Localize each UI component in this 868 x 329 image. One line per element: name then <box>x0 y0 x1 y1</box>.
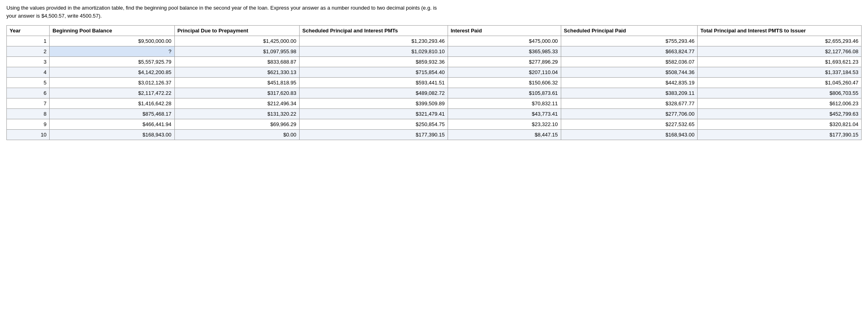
cell-tpi: $612,006.23 <box>698 98 862 109</box>
cell-tpi: $2,127,766.08 <box>698 46 862 57</box>
cell-spp: $755,293.46 <box>561 36 698 46</box>
cell-pdp: $621,330.13 <box>174 67 299 78</box>
cell-tpi: $2,655,293.46 <box>698 36 862 46</box>
cell-bpb: $4,142,200.85 <box>50 67 174 78</box>
cell-spipmts: $399,509.89 <box>299 98 448 109</box>
cell-ip: $277,896.29 <box>448 57 561 67</box>
cell-year: 3 <box>7 57 50 67</box>
cell-pdp: $69,966.29 <box>174 119 299 130</box>
cell-year: 5 <box>7 78 50 88</box>
cell-bpb: $1,416,642.28 <box>50 98 174 109</box>
cell-tpi: $1,045,260.47 <box>698 78 862 88</box>
cell-spipmts: $859,932.36 <box>299 57 448 67</box>
cell-year: 2 <box>7 46 50 57</box>
cell-spipmts: $489,082.72 <box>299 88 448 98</box>
header-pdp: Principal Due to Prepayment <box>174 26 299 36</box>
cell-ip: $207,110.04 <box>448 67 561 78</box>
cell-spp: $277,706.00 <box>561 109 698 119</box>
cell-pdp: $212,496.34 <box>174 98 299 109</box>
cell-spipmts: $1,029,810.10 <box>299 46 448 57</box>
cell-spp: $328,677.77 <box>561 98 698 109</box>
cell-year: 6 <box>7 88 50 98</box>
table-row: 8$875,468.17$131,320.22$321,479.41$43,77… <box>7 109 862 119</box>
cell-pdp: $1,425,000.00 <box>174 36 299 46</box>
cell-pdp: $0.00 <box>174 130 299 140</box>
table-row: 3$5,557,925.79$833,688.87$859,932.36$277… <box>7 57 862 67</box>
table-row: 1$9,500,000.00$1,425,000.00$1,230,293.46… <box>7 36 862 46</box>
cell-ip: $105,873.61 <box>448 88 561 98</box>
table-row: 9$466,441.94$69,966.29$250,854.75$23,322… <box>7 119 862 130</box>
cell-bpb: ? <box>50 46 174 57</box>
header-year: Year <box>7 26 50 36</box>
cell-pdp: $1,097,955.98 <box>174 46 299 57</box>
cell-year: 8 <box>7 109 50 119</box>
cell-bpb: $5,557,925.79 <box>50 57 174 67</box>
cell-pdp: $833,688.87 <box>174 57 299 67</box>
cell-bpb: $2,117,472.22 <box>50 88 174 98</box>
cell-year: 9 <box>7 119 50 130</box>
cell-year: 10 <box>7 130 50 140</box>
cell-bpb: $875,468.17 <box>50 109 174 119</box>
header-tpi: Total Principal and Interest PMTS to Iss… <box>698 26 862 36</box>
table-row: 4$4,142,200.85$621,330.13$715,854.40$207… <box>7 67 862 78</box>
cell-spipmts: $1,230,293.46 <box>299 36 448 46</box>
cell-spp: $227,532.65 <box>561 119 698 130</box>
table-row: 6$2,117,472.22$317,620.83$489,082.72$105… <box>7 88 862 98</box>
cell-spp: $582,036.07 <box>561 57 698 67</box>
cell-bpb: $466,441.94 <box>50 119 174 130</box>
instructions-text: Using the values provided in the amortiz… <box>6 4 446 20</box>
amortization-table: Year Beginning Pool Balance Principal Du… <box>6 25 862 140</box>
cell-spipmts: $177,390.15 <box>299 130 448 140</box>
table-row: 5$3,012,126.37$451,818.95$593,441.51$150… <box>7 78 862 88</box>
cell-spipmts: $715,854.40 <box>299 67 448 78</box>
table-row: 2?$1,097,955.98$1,029,810.10$365,985.33$… <box>7 46 862 57</box>
cell-spipmts: $250,854.75 <box>299 119 448 130</box>
header-spp: Scheduled Principal Paid <box>561 26 698 36</box>
cell-ip: $365,985.33 <box>448 46 561 57</box>
table-row: 10$168,943.00$0.00$177,390.15$8,447.15$1… <box>7 130 862 140</box>
cell-year: 1 <box>7 36 50 46</box>
cell-bpb: $9,500,000.00 <box>50 36 174 46</box>
cell-pdp: $317,620.83 <box>174 88 299 98</box>
cell-ip: $43,773.41 <box>448 109 561 119</box>
header-bpb: Beginning Pool Balance <box>50 26 174 36</box>
cell-spp: $168,943.00 <box>561 130 698 140</box>
cell-year: 7 <box>7 98 50 109</box>
cell-pdp: $131,320.22 <box>174 109 299 119</box>
cell-tpi: $320,821.04 <box>698 119 862 130</box>
cell-spp: $383,209.11 <box>561 88 698 98</box>
cell-spp: $663,824.77 <box>561 46 698 57</box>
cell-bpb: $168,943.00 <box>50 130 174 140</box>
cell-spipmts: $321,479.41 <box>299 109 448 119</box>
cell-ip: $8,447.15 <box>448 130 561 140</box>
cell-spp: $508,744.36 <box>561 67 698 78</box>
cell-tpi: $1,693,621.23 <box>698 57 862 67</box>
cell-spipmts: $593,441.51 <box>299 78 448 88</box>
cell-tpi: $177,390.15 <box>698 130 862 140</box>
cell-tpi: $452,799.63 <box>698 109 862 119</box>
cell-tpi: $806,703.55 <box>698 88 862 98</box>
header-spipmts: Scheduled Principal and Interest PMTs <box>299 26 448 36</box>
cell-ip: $475,000.00 <box>448 36 561 46</box>
cell-ip: $150,606.32 <box>448 78 561 88</box>
cell-pdp: $451,818.95 <box>174 78 299 88</box>
cell-tpi: $1,337,184.53 <box>698 67 862 78</box>
cell-bpb: $3,012,126.37 <box>50 78 174 88</box>
table-row: 7$1,416,642.28$212,496.34$399,509.89$70,… <box>7 98 862 109</box>
cell-ip: $70,832.11 <box>448 98 561 109</box>
cell-ip: $23,322.10 <box>448 119 561 130</box>
header-ip: Interest Paid <box>448 26 561 36</box>
cell-spp: $442,835.19 <box>561 78 698 88</box>
cell-year: 4 <box>7 67 50 78</box>
